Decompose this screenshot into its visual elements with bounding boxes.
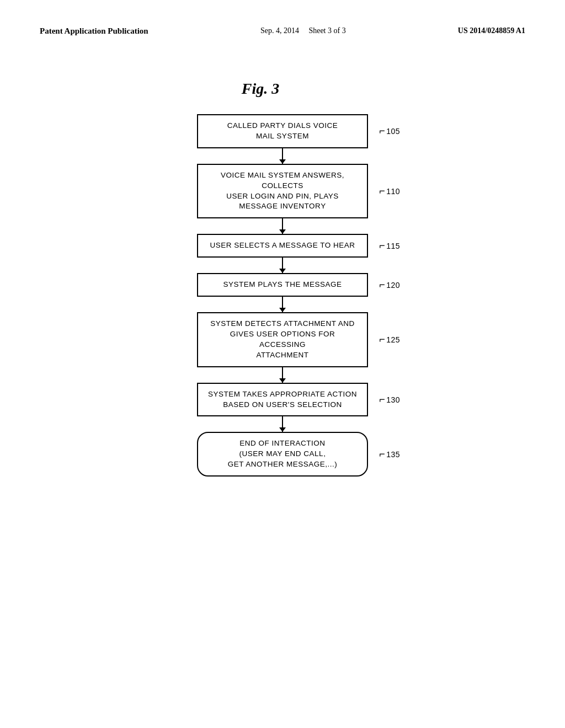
publication-label: Patent Application Publication <box>40 26 148 36</box>
flow-node-135: END OF INTERACTION(USER MAY END CALL,GET… <box>197 432 368 477</box>
sheet-info: Sheet 3 of 3 <box>308 26 345 35</box>
flow-row-105: CALLED PARTY DIALS VOICEMAIL SYSTEM 105 <box>197 114 368 148</box>
patent-number: US 2014/0248859 A1 <box>458 26 525 35</box>
figure-label: Fig. 3 <box>242 80 279 97</box>
arrow-105-110 <box>282 148 283 164</box>
flow-label-110: 110 <box>379 184 400 198</box>
flow-node-120: SYSTEM PLAYS THE MESSAGE 120 <box>197 273 368 312</box>
flow-node-130: SYSTEM TAKES APPROPRIATE ACTIONBASED ON … <box>197 383 368 432</box>
flow-row-115: USER SELECTS A MESSAGE TO HEAR 115 <box>197 234 368 258</box>
flow-box-135: END OF INTERACTION(USER MAY END CALL,GET… <box>197 432 368 477</box>
flow-node-105: CALLED PARTY DIALS VOICEMAIL SYSTEM 105 <box>197 114 368 164</box>
flow-box-130: SYSTEM TAKES APPROPRIATE ACTIONBASED ON … <box>197 383 368 417</box>
figure-title: Fig. 3 <box>0 80 565 98</box>
arrow-120-125 <box>282 297 283 312</box>
flow-box-120: SYSTEM PLAYS THE MESSAGE 120 <box>197 273 368 297</box>
flow-box-115: USER SELECTS A MESSAGE TO HEAR 115 <box>197 234 368 258</box>
flow-label-120: 120 <box>379 278 400 292</box>
flow-row-130: SYSTEM TAKES APPROPRIATE ACTIONBASED ON … <box>197 383 368 417</box>
page-header: Patent Application Publication Sep. 4, 2… <box>0 0 565 36</box>
arrow-110-115 <box>282 218 283 234</box>
flow-row-125: SYSTEM DETECTS ATTACHMENT ANDGIVES USER … <box>197 312 368 367</box>
arrow-115-120 <box>282 258 283 273</box>
flow-node-125: SYSTEM DETECTS ATTACHMENT ANDGIVES USER … <box>197 312 368 383</box>
flow-box-110: VOICE MAIL SYSTEM ANSWERS, COLLECTSUSER … <box>197 164 368 219</box>
flow-row-120: SYSTEM PLAYS THE MESSAGE 120 <box>197 273 368 297</box>
flow-label-130: 130 <box>379 393 400 406</box>
flow-box-125: SYSTEM DETECTS ATTACHMENT ANDGIVES USER … <box>197 312 368 367</box>
flow-label-115: 115 <box>379 239 400 253</box>
flow-node-110: VOICE MAIL SYSTEM ANSWERS, COLLECTSUSER … <box>197 164 368 234</box>
flow-label-105: 105 <box>379 124 400 138</box>
flow-node-115: USER SELECTS A MESSAGE TO HEAR 115 <box>197 234 368 273</box>
flow-row-110: VOICE MAIL SYSTEM ANSWERS, COLLECTSUSER … <box>197 164 368 219</box>
flowchart: CALLED PARTY DIALS VOICEMAIL SYSTEM 105 … <box>0 114 565 477</box>
arrow-130-135 <box>282 416 283 432</box>
flow-label-135: 135 <box>379 447 400 461</box>
flow-box-105: CALLED PARTY DIALS VOICEMAIL SYSTEM 105 <box>197 114 368 148</box>
arrow-125-130 <box>282 367 283 383</box>
header-center: Sep. 4, 2014 Sheet 3 of 3 <box>260 26 346 35</box>
flow-label-125: 125 <box>379 333 400 346</box>
flow-row-135: END OF INTERACTION(USER MAY END CALL,GET… <box>197 432 368 477</box>
publication-date: Sep. 4, 2014 <box>260 26 299 35</box>
